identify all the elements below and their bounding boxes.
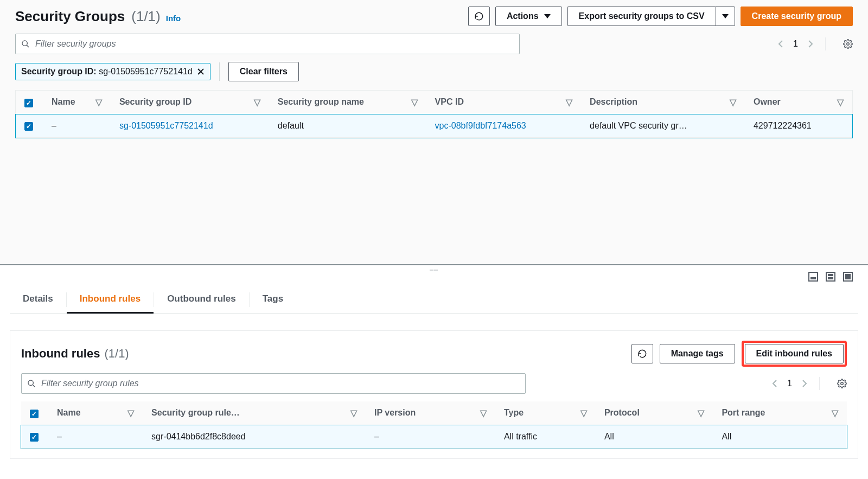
dcol-port[interactable]: Port range — [722, 408, 765, 417]
cell-owner: 429712224361 — [754, 121, 812, 130]
sort-icon[interactable]: ▽ — [698, 408, 704, 418]
chip-value: sg-01505951c7752141d — [99, 67, 193, 76]
svg-point-4 — [847, 43, 850, 46]
tab-inbound[interactable]: Inbound rules — [67, 286, 154, 314]
create-button[interactable]: Create security group — [741, 7, 853, 26]
dcol-name[interactable]: Name — [57, 408, 81, 417]
svg-point-2 — [22, 41, 27, 46]
close-icon — [197, 68, 205, 75]
dcell-type: All traffic — [504, 432, 537, 441]
col-owner[interactable]: Owner — [754, 97, 781, 106]
table-row[interactable]: – sg-01505951c7752141d default vpc-08bf9… — [16, 114, 852, 138]
create-label: Create security group — [752, 11, 841, 21]
cell-sgid-link[interactable]: sg-01505951c7752141d — [119, 121, 213, 130]
col-sgid[interactable]: Security group ID — [119, 97, 192, 106]
sort-icon[interactable]: ▽ — [566, 97, 572, 107]
tab-outbound[interactable]: Outbound rules — [154, 286, 249, 314]
dcol-proto[interactable]: Protocol — [604, 408, 640, 417]
dcell-port: All — [722, 432, 731, 441]
dcell-proto: All — [604, 432, 614, 441]
filter-chip: Security group ID: sg-01505951c7752141d — [15, 63, 210, 80]
security-groups-table: Name▽ Security group ID▽ Security group … — [16, 91, 852, 138]
filter-input-wrapper[interactable] — [15, 34, 520, 54]
export-button[interactable]: Export security groups to CSV — [567, 7, 716, 26]
detail-title: Inbound rules — [21, 347, 100, 361]
detail-next-page[interactable] — [802, 379, 807, 388]
gear-icon — [837, 379, 847, 388]
col-sgname[interactable]: Security group name — [278, 97, 364, 106]
page-title: Security Groups — [15, 8, 125, 25]
detail-count: (1/1) — [104, 347, 129, 361]
svg-point-7 — [28, 380, 33, 385]
detail-select-all[interactable] — [30, 410, 39, 418]
col-desc[interactable]: Description — [590, 97, 637, 106]
sort-icon[interactable]: ▽ — [837, 97, 844, 107]
col-vpcid[interactable]: VPC ID — [435, 97, 464, 106]
dcell-ruleid: sgr-0414bb6d2f8c8deed — [151, 432, 245, 441]
clear-filters-label: Clear filters — [240, 67, 288, 76]
actions-button[interactable]: Actions — [495, 7, 562, 26]
manage-tags-button[interactable]: Manage tags — [660, 344, 735, 363]
chip-remove[interactable] — [197, 68, 205, 75]
dcell-name: – — [57, 432, 62, 441]
page-count: (1/1) — [131, 8, 160, 25]
cell-desc: default VPC security gr… — [590, 121, 687, 130]
row-checkbox[interactable] — [24, 122, 33, 131]
table-row[interactable]: – sgr-0414bb6d2f8c8deed – All traffic Al… — [21, 425, 847, 449]
sort-icon[interactable]: ▽ — [95, 97, 102, 107]
sort-icon[interactable]: ▽ — [580, 408, 587, 418]
export-label: Export security groups to CSV — [579, 11, 705, 21]
dcol-ruleid[interactable]: Security group rule… — [151, 408, 240, 417]
info-link[interactable]: Info — [166, 14, 181, 23]
row-checkbox[interactable] — [30, 433, 39, 442]
cell-name: – — [52, 121, 56, 130]
detail-settings-button[interactable] — [837, 379, 847, 388]
sort-icon[interactable]: ▽ — [127, 408, 134, 418]
detail-tabs: Details Inbound rules Outbound rules Tag… — [10, 286, 858, 314]
resize-handle[interactable]: ══ — [430, 267, 438, 273]
clear-filters-button[interactable]: Clear filters — [228, 62, 299, 81]
filter-input[interactable] — [35, 39, 514, 49]
export-button-group: Export security groups to CSV — [567, 7, 735, 26]
caret-down-icon — [544, 14, 551, 18]
detail-filter-input[interactable] — [41, 379, 520, 388]
cell-sgname: default — [278, 121, 304, 130]
export-dropdown-button[interactable] — [716, 7, 735, 26]
svg-marker-0 — [544, 14, 551, 18]
layout-split-icon[interactable] — [826, 272, 835, 282]
layout-full-icon[interactable] — [843, 272, 853, 282]
layout-bottom-icon[interactable] — [808, 272, 818, 282]
highlight-annotation: Edit inbound rules — [742, 341, 847, 367]
tab-tags[interactable]: Tags — [250, 286, 296, 314]
dcell-ipver: – — [374, 432, 379, 441]
chip-label: Security group ID: — [21, 67, 97, 76]
refresh-icon — [474, 11, 484, 21]
cell-vpcid-link[interactable]: vpc-08bf9fdbf7174a563 — [435, 121, 526, 130]
col-name[interactable]: Name — [52, 97, 75, 106]
settings-button[interactable] — [843, 39, 853, 49]
svg-marker-1 — [722, 14, 729, 18]
sort-icon[interactable]: ▽ — [411, 97, 418, 107]
inbound-rules-table: Name▽ Security group rule…▽ IP version▽ … — [21, 401, 847, 449]
sort-icon[interactable]: ▽ — [254, 97, 260, 107]
detail-filter-wrapper[interactable] — [21, 373, 526, 394]
refresh-button[interactable] — [468, 7, 490, 26]
svg-line-8 — [33, 385, 35, 387]
sort-icon[interactable]: ▽ — [730, 97, 736, 107]
edit-inbound-label: Edit inbound rules — [756, 349, 832, 359]
caret-down-icon — [722, 14, 729, 18]
svg-point-9 — [841, 382, 844, 385]
detail-refresh-button[interactable] — [631, 344, 653, 363]
tab-details[interactable]: Details — [10, 286, 66, 314]
sort-icon[interactable]: ▽ — [832, 408, 838, 418]
refresh-icon — [637, 349, 647, 359]
sort-icon[interactable]: ▽ — [350, 408, 357, 418]
next-page[interactable] — [808, 40, 813, 48]
detail-prev-page[interactable] — [772, 379, 777, 388]
edit-inbound-button[interactable]: Edit inbound rules — [745, 344, 844, 363]
select-all-checkbox[interactable] — [24, 99, 33, 107]
dcol-ipver[interactable]: IP version — [374, 408, 416, 417]
prev-page[interactable] — [778, 40, 783, 48]
sort-icon[interactable]: ▽ — [480, 408, 487, 418]
dcol-type[interactable]: Type — [504, 408, 524, 417]
